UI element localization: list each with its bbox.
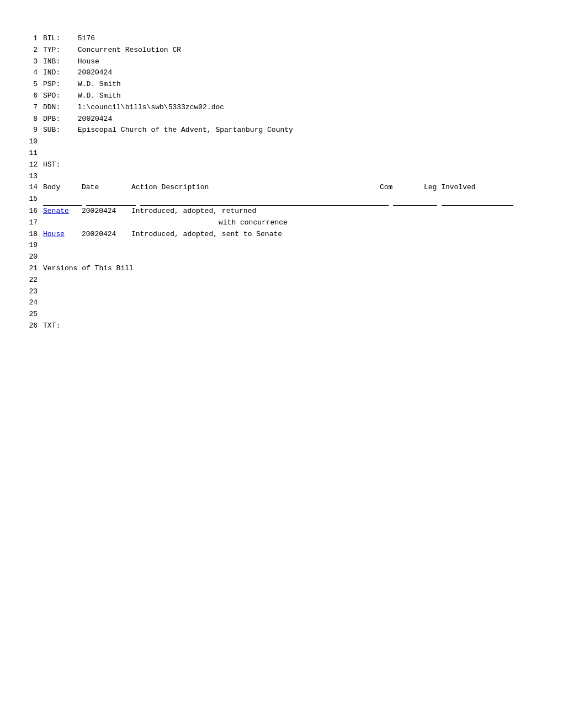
house-date-cell: 20020424 — [82, 229, 131, 240]
ddn-value: l:\council\bills\swb\5333zcw02.doc — [78, 103, 224, 111]
line-19: 19 — [22, 240, 541, 251]
line-4: 4 IND: 20020424 — [22, 67, 541, 79]
house-link[interactable]: House — [43, 230, 65, 238]
dpb-label: DPB: — [43, 114, 73, 125]
line-22: 22 — [22, 275, 541, 286]
line-26: 26 TXT: — [22, 320, 541, 332]
header-leg: Leg Involved — [424, 182, 496, 194]
line-num-6: 6 — [22, 90, 38, 102]
header-date: Date — [82, 182, 131, 194]
table-header: Body Date Action Description Com Leg Inv… — [43, 182, 541, 194]
table-separator — [43, 194, 541, 206]
ddn-field: DDN: l:\council\bills\swb\5333zcw02.doc — [43, 102, 541, 114]
line-num-10: 10 — [22, 136, 38, 148]
line-num-20: 20 — [22, 251, 38, 263]
line-15: 15 — [22, 194, 541, 206]
line-10: 10 — [22, 136, 541, 148]
line-11: 11 — [22, 148, 541, 159]
line-num-8: 8 — [22, 114, 38, 125]
line-17: 17 with concurrence — [22, 217, 541, 229]
bil-field: BIL: 5176 — [43, 33, 541, 45]
typ-label: TYP: — [43, 45, 73, 56]
line-6: 6 SPO: W.D. Smith — [22, 90, 541, 102]
line-18: 18 House 20020424 Introduced, adopted, s… — [22, 229, 541, 240]
hst-label: HST: — [43, 159, 541, 171]
inb-field: INB: House — [43, 56, 541, 68]
ind-field: IND: 20020424 — [43, 67, 541, 79]
line-num-13: 13 — [22, 171, 38, 183]
line-num-14: 14 — [22, 182, 38, 194]
line-num-16: 16 — [22, 206, 38, 217]
line-8: 8 DPB: 20020424 — [22, 114, 541, 125]
line-num-24: 24 — [22, 297, 38, 309]
ind-value: 20020424 — [78, 68, 112, 77]
sub-value: Episcopal Church of the Advent, Spartanb… — [78, 126, 293, 134]
bil-value: 5176 — [78, 34, 95, 42]
inb-value: House — [78, 57, 99, 66]
line-num-7: 7 — [22, 102, 38, 114]
line-num-19: 19 — [22, 240, 38, 251]
senate-action-cell: Introduced, adopted, returned — [131, 206, 380, 217]
line-1: 1 BIL: 5176 — [22, 33, 541, 45]
line-num-15: 15 — [22, 194, 38, 206]
header-body: Body — [43, 182, 82, 194]
typ-value: Concurrent Resolution CR — [78, 46, 181, 54]
spo-label: SPO: — [43, 90, 73, 102]
line-num-12: 12 — [22, 159, 38, 171]
line-14: 14 Body Date Action Description Com Leg … — [22, 182, 541, 194]
spo-field: SPO: W.D. Smith — [43, 90, 541, 102]
house-action-cell: Introduced, adopted, sent to Senate — [131, 229, 380, 240]
header-com: Com — [380, 182, 424, 194]
line-num-2: 2 — [22, 45, 38, 56]
bil-label: BIL: — [43, 33, 73, 45]
txt-field: TXT: — [43, 320, 541, 332]
spo-value: W.D. Smith — [78, 92, 121, 100]
ddn-label: DDN: — [43, 102, 73, 114]
house-body-cell: House — [43, 229, 82, 240]
line-5: 5 PSP: W.D. Smith — [22, 79, 541, 90]
line-21: 21 Versions of This Bill — [22, 263, 541, 275]
line-3: 3 INB: House — [22, 56, 541, 68]
sub-field: SUB: Episcopal Church of the Advent, Spa… — [43, 125, 541, 136]
inb-label: INB: — [43, 56, 73, 68]
dpb-value: 20020424 — [78, 115, 112, 123]
line-num-1: 1 — [22, 33, 38, 45]
psp-value: W.D. Smith — [78, 80, 121, 88]
line-num-23: 23 — [22, 286, 38, 298]
typ-field: TYP: Concurrent Resolution CR — [43, 45, 541, 56]
line-num-18: 18 — [22, 229, 38, 240]
table-row-continuation: with concurrence — [43, 217, 541, 229]
psp-field: PSP: W.D. Smith — [43, 79, 541, 90]
sub-label: SUB: — [43, 125, 73, 136]
line-23: 23 — [22, 286, 541, 298]
table-row-house: House 20020424 Introduced, adopted, sent… — [43, 229, 541, 240]
senate-action-continuation: with concurrence — [219, 217, 288, 229]
header-action: Action Description — [131, 182, 380, 194]
line-num-4: 4 — [22, 67, 38, 79]
line-13: 13 — [22, 171, 541, 183]
line-num-21: 21 — [22, 263, 38, 275]
senate-body-cell: Senate — [43, 206, 82, 217]
dpb-field: DPB: 20020424 — [43, 114, 541, 125]
line-25: 25 — [22, 309, 541, 320]
versions-label: Versions of This Bill — [43, 263, 541, 275]
line-7: 7 DDN: l:\council\bills\swb\5333zcw02.do… — [22, 102, 541, 114]
line-2: 2 TYP: Concurrent Resolution CR — [22, 45, 541, 56]
line-num-5: 5 — [22, 79, 38, 90]
line-num-9: 9 — [22, 125, 38, 136]
senate-link[interactable]: Senate — [43, 207, 69, 215]
line-num-3: 3 — [22, 56, 38, 68]
line-16: 16 Senate 20020424 Introduced, adopted, … — [22, 206, 541, 217]
line-12: 12 HST: — [22, 159, 541, 171]
line-num-11: 11 — [22, 148, 38, 159]
line-24: 24 — [22, 297, 541, 309]
ind-label: IND: — [43, 67, 73, 79]
line-num-25: 25 — [22, 309, 38, 320]
line-9: 9 SUB: Episcopal Church of the Advent, S… — [22, 125, 541, 136]
table-row-senate: Senate 20020424 Introduced, adopted, ret… — [43, 206, 541, 217]
line-num-17: 17 — [22, 217, 38, 229]
line-num-26: 26 — [22, 320, 38, 332]
line-num-22: 22 — [22, 275, 38, 286]
senate-date-cell: 20020424 — [82, 206, 131, 217]
line-20: 20 — [22, 251, 541, 263]
